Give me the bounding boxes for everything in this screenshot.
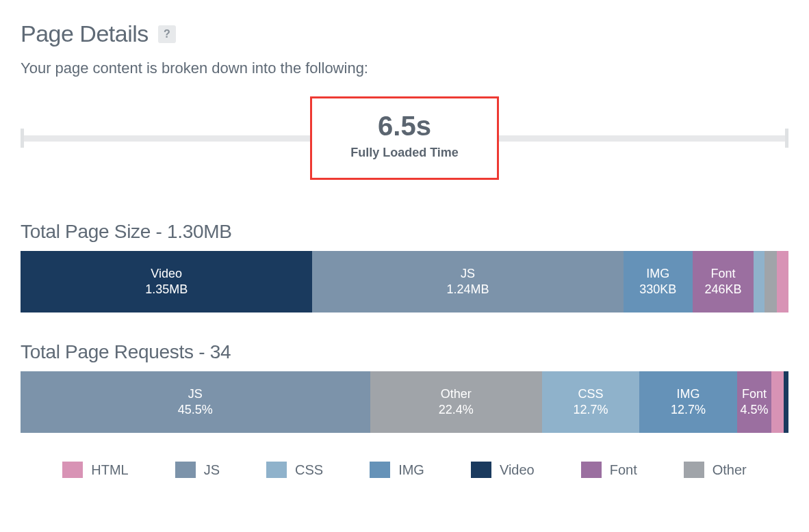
- bar-segment-video[interactable]: Video1.35MB: [21, 251, 312, 312]
- bar-segment-html[interactable]: [777, 251, 788, 312]
- legend-label-css: CSS: [295, 462, 323, 478]
- bar-segment-js[interactable]: JS45.5%: [21, 371, 370, 433]
- segment-value: 45.5%: [178, 403, 213, 417]
- fully-loaded-label: Fully Loaded Time: [350, 146, 459, 160]
- swatch-img: [370, 462, 390, 478]
- legend-label-other: Other: [712, 462, 747, 478]
- segment-label: CSS: [578, 387, 604, 401]
- legend-item-js[interactable]: JS: [175, 462, 220, 478]
- title-row: Page Details ?: [21, 21, 788, 47]
- segment-label: Font: [742, 387, 767, 401]
- bar-segment-css[interactable]: [754, 251, 765, 312]
- timeline: 6.5s Fully Loaded Time: [21, 96, 788, 180]
- segment-label: JS: [188, 387, 203, 401]
- segment-value: 4.5%: [741, 403, 769, 417]
- segment-value: 12.7%: [671, 403, 706, 417]
- swatch-html: [62, 462, 83, 478]
- legend-item-html[interactable]: HTML: [62, 462, 128, 478]
- legend-item-img[interactable]: IMG: [370, 462, 424, 478]
- segment-label: Video: [151, 267, 182, 281]
- swatch-video: [471, 462, 491, 478]
- timeline-cap-right: [785, 129, 788, 148]
- bar-segment-html[interactable]: [771, 371, 784, 433]
- fully-loaded-value: 6.5s: [350, 111, 459, 142]
- bar-segment-other[interactable]: Other22.4%: [370, 371, 542, 433]
- segment-value: 1.35MB: [145, 282, 188, 297]
- swatch-js: [175, 462, 196, 478]
- segment-value: 330KB: [639, 282, 676, 297]
- timeline-line-left: [24, 135, 310, 142]
- segment-label: JS: [461, 267, 475, 281]
- swatch-other: [684, 462, 704, 478]
- bar-segment-js[interactable]: JS1.24MB: [312, 251, 623, 312]
- bar-segment-font[interactable]: Font246KB: [693, 251, 754, 312]
- segment-label: Other: [441, 387, 472, 401]
- swatch-css: [266, 462, 287, 478]
- page-size-bar: Video1.35MBJS1.24MBIMG330KBFont246KB: [21, 251, 788, 312]
- bar-segment-img[interactable]: IMG12.7%: [639, 371, 736, 433]
- legend-label-js: JS: [204, 462, 220, 478]
- bar-segment-other[interactable]: [765, 251, 777, 312]
- help-icon[interactable]: ?: [158, 25, 176, 43]
- segment-value: 246KB: [705, 282, 742, 297]
- segment-value: 1.24MB: [447, 282, 489, 297]
- page-title: Page Details: [21, 21, 149, 47]
- legend-item-css[interactable]: CSS: [266, 462, 323, 478]
- timeline-line-right: [499, 135, 785, 142]
- segment-label: IMG: [677, 387, 700, 401]
- legend-label-font: Font: [610, 462, 637, 478]
- legend-label-video: Video: [500, 462, 535, 478]
- bar-segment-img[interactable]: IMG330KB: [624, 251, 693, 312]
- size-heading: Total Page Size - 1.30MB: [21, 221, 788, 243]
- bar-segment-video[interactable]: [784, 371, 788, 433]
- legend-label-img: IMG: [398, 462, 424, 478]
- fully-loaded-box: 6.5s Fully Loaded Time: [310, 96, 499, 180]
- legend-item-video[interactable]: Video: [471, 462, 535, 478]
- segment-label: Font: [711, 267, 736, 281]
- segment-value: 22.4%: [439, 403, 474, 417]
- legend-item-other[interactable]: Other: [684, 462, 747, 478]
- bar-segment-css[interactable]: CSS12.7%: [542, 371, 639, 433]
- page-requests-bar: JS45.5%Other22.4%CSS12.7%IMG12.7%Font4.5…: [21, 371, 788, 433]
- legend: HTML JS CSS IMG Video Font Other: [21, 462, 788, 478]
- segment-label: IMG: [646, 267, 669, 281]
- bar-segment-font[interactable]: Font4.5%: [737, 371, 771, 433]
- legend-label-html: HTML: [91, 462, 128, 478]
- requests-heading: Total Page Requests - 34: [21, 341, 788, 363]
- segment-value: 12.7%: [574, 403, 608, 417]
- subtitle: Your page content is broken down into th…: [21, 59, 788, 77]
- legend-item-font[interactable]: Font: [581, 462, 637, 478]
- swatch-font: [581, 462, 602, 478]
